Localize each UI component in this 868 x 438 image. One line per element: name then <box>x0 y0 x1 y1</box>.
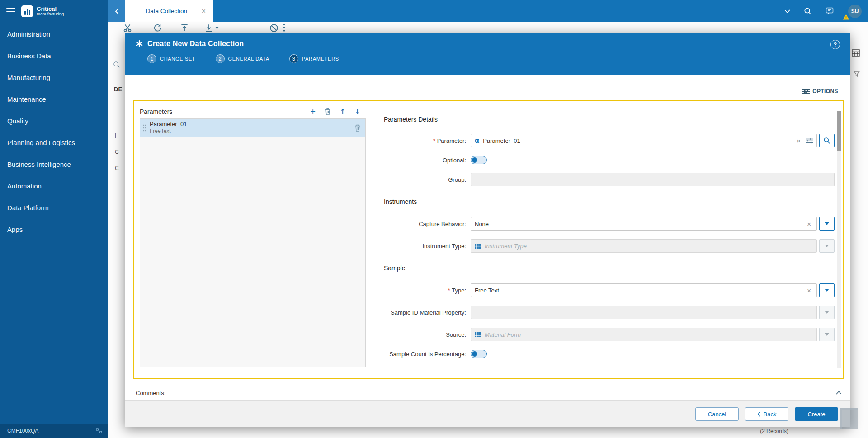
parameter-item-name: Parameter_01 <box>150 121 187 128</box>
sidebar-item-quality[interactable]: Quality <box>0 110 108 132</box>
sidebar-item-maintenance[interactable]: Maintenance <box>0 88 108 110</box>
avatar-initials: SU <box>848 5 862 18</box>
parameters-list-title: Parameters <box>140 108 172 115</box>
scrollbar-thumb[interactable] <box>837 111 841 151</box>
caret-down-icon <box>825 245 829 247</box>
sidebar-item-administration[interactable]: Administration <box>0 23 108 45</box>
source-dropdown-button <box>819 328 835 341</box>
details-scrollbar[interactable] <box>837 111 841 368</box>
sidebar-item-automation[interactable]: Automation <box>0 175 108 197</box>
step-connector <box>200 59 212 59</box>
type-field: Free Text × <box>471 283 835 297</box>
sample-count-is-percentage-label: Sample Count Is Percentage: <box>384 351 471 358</box>
parameter-value: Parameter_01 <box>483 137 520 144</box>
drag-handle-icon[interactable] <box>143 124 146 132</box>
type-input[interactable]: Free Text × <box>471 283 817 297</box>
sidebar-item-business-data[interactable]: Business Data <box>0 45 108 66</box>
download-icon <box>204 23 213 33</box>
optional-row: Optional: <box>384 156 835 164</box>
sidebar-item-apps[interactable]: Apps <box>0 218 108 240</box>
dialog-title-row: Create New Data Collection <box>136 40 839 48</box>
capture-behavior-value: None <box>475 221 489 227</box>
alpha-icon: α <box>475 137 479 145</box>
more-vertical-icon <box>283 23 285 32</box>
parameter-row: Parameter: α Parameter_01 × <box>384 134 835 147</box>
source-field: Material Form <box>471 328 835 341</box>
create-button[interactable]: Create <box>795 407 838 421</box>
sample-id-material-property-field <box>471 306 835 319</box>
sample-id-material-property-input <box>471 306 817 319</box>
capture-behavior-row: Capture Behavior: None × <box>384 217 835 231</box>
sample-count-is-percentage-toggle[interactable] <box>471 350 487 358</box>
parameter-list-item[interactable]: Parameter_01 FreeText <box>140 119 365 137</box>
create-data-collection-dialog: Create New Data Collection ? 1 CHANGE SE… <box>125 33 850 427</box>
cancel-label: Cancel <box>708 411 726 418</box>
add-parameter-button[interactable]: + <box>310 107 316 116</box>
group-field <box>471 173 835 186</box>
dialog-body: OPTIONS Parameters + ↑ ↓ <box>125 75 850 385</box>
type-row: Type: Free Text × <box>384 283 835 297</box>
comments-expander[interactable]: Comments: <box>125 385 850 400</box>
cut-tool-icon <box>123 23 132 33</box>
search-icon[interactable] <box>804 7 812 15</box>
close-icon[interactable]: × <box>200 7 208 16</box>
help-icon[interactable]: ? <box>830 40 840 49</box>
capture-behavior-dropdown-button[interactable] <box>819 217 835 231</box>
app-logo: Critical manufacturing <box>21 5 64 17</box>
upload-icon <box>180 23 189 33</box>
source-row: Source: Material Form <box>384 328 835 341</box>
type-dropdown-button[interactable] <box>819 283 835 297</box>
options-label: OPTIONS <box>812 88 838 94</box>
clear-icon[interactable]: × <box>805 221 813 227</box>
drag-ghost-artifact <box>840 408 858 429</box>
wizard-step-change-set[interactable]: 1 CHANGE SET <box>147 54 196 63</box>
optional-label: Optional: <box>384 157 471 164</box>
step-label: CHANGE SET <box>160 56 196 61</box>
topbar: Data Collection × SU <box>108 0 868 22</box>
entity-table-icon <box>475 244 481 249</box>
group-label: Group: <box>384 176 471 183</box>
sidebar-item-business-intelligence[interactable]: Business Intelligence <box>0 153 108 175</box>
advanced-filter-icon[interactable] <box>806 138 813 144</box>
cancel-button[interactable]: Cancel <box>695 407 739 421</box>
sidebar-item-planning-and-logistics[interactable]: Planning and Logistics <box>0 132 108 153</box>
clear-icon[interactable]: × <box>795 137 802 144</box>
tab-label: Data Collection <box>133 8 200 14</box>
sidebar-item-data-platform[interactable]: Data Platform <box>0 197 108 218</box>
delete-parameter-button[interactable] <box>325 108 331 115</box>
parameter-search-button[interactable] <box>819 134 835 147</box>
source-placeholder: Material Form <box>485 331 521 338</box>
messages-icon[interactable] <box>826 7 835 15</box>
wizard-step-general-data[interactable]: 2 GENERAL DATA <box>216 54 269 63</box>
back-label: Back <box>764 411 777 418</box>
parameter-input[interactable]: α Parameter_01 × <box>471 134 817 147</box>
connection-icon <box>96 428 102 433</box>
create-label: Create <box>807 411 825 418</box>
step-number: 3 <box>289 54 298 63</box>
tab-data-collection[interactable]: Data Collection × <box>125 0 213 22</box>
options-button[interactable]: OPTIONS <box>802 88 838 94</box>
chevron-down-icon[interactable] <box>784 9 790 13</box>
back-nav-button[interactable] <box>108 0 125 22</box>
back-button[interactable]: Back <box>745 407 788 421</box>
move-up-button[interactable]: ↑ <box>340 108 346 115</box>
filter-funnel-icon <box>854 71 860 77</box>
optional-toggle[interactable] <box>471 156 487 164</box>
item-trash-icon[interactable] <box>354 124 361 132</box>
instrument-type-label: Instrument Type: <box>384 243 471 250</box>
user-avatar[interactable]: SU <box>848 5 862 18</box>
parameter-field: α Parameter_01 × <box>471 134 835 147</box>
capture-behavior-input[interactable]: None × <box>471 217 817 231</box>
caret-down-icon <box>825 333 829 336</box>
wizard-step-parameters[interactable]: 3 PARAMETERS <box>289 54 339 63</box>
parameter-item-type: FreeText <box>150 128 187 135</box>
options-icon <box>802 89 810 94</box>
entity-table-icon <box>475 332 481 337</box>
sidebar-item-manufacturing[interactable]: Manufacturing <box>0 66 108 88</box>
menu-icon[interactable] <box>6 8 15 14</box>
move-down-button[interactable]: ↓ <box>354 108 360 115</box>
step-connector <box>274 59 285 59</box>
chevron-up-icon[interactable] <box>836 391 842 395</box>
clear-icon[interactable]: × <box>805 287 813 294</box>
details-title: Parameters Details <box>384 116 835 123</box>
